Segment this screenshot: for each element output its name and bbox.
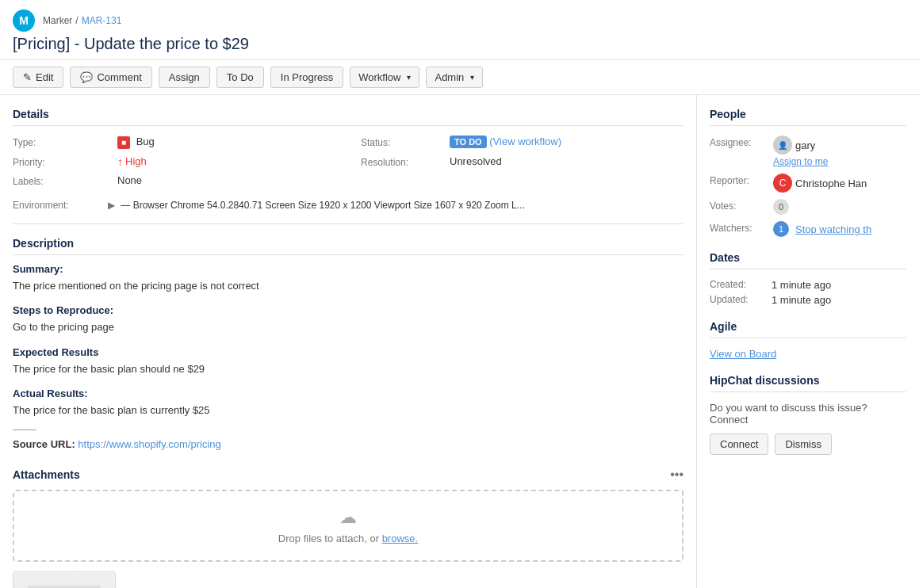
reporter-avatar: C (773, 174, 792, 193)
page-header: M Marker / MAR-131 [Pricing] - Update th… (0, 0, 919, 60)
labels-value: None (117, 174, 351, 187)
hipchat-buttons: Connect Dismiss (710, 433, 906, 455)
project-link[interactable]: Marker (43, 15, 72, 26)
comment-button[interactable]: 💬 Comment (70, 67, 151, 88)
reporter-info: C Christophe Han (773, 174, 867, 193)
environment-row: Environment: ▶ — Browser Chrome 54.0.284… (13, 200, 684, 211)
edit-icon: ✎ (23, 71, 32, 83)
issue-title: [Pricing] - Update the price to $29 (13, 35, 906, 53)
resolution-value: Unresolved (450, 155, 684, 168)
votes-row: Votes: 0 (710, 199, 906, 215)
view-on-board-link[interactable]: View on Board (710, 348, 776, 360)
status-badge: TO DO (450, 136, 487, 148)
dates-section: Dates Created: 1 minute ago Updated: 1 m… (710, 251, 906, 306)
attachments-title: Attachments (13, 468, 80, 481)
reporter-row: Reporter: C Christophe Han (710, 174, 906, 193)
updated-value: 1 minute ago (772, 294, 831, 306)
summary-block: Summary: The price mentioned on the pric… (13, 263, 684, 294)
type-value: ■ Bug (117, 136, 351, 149)
breadcrumb: M Marker / MAR-131 (13, 10, 906, 32)
details-title: Details (13, 108, 684, 126)
comment-icon: 💬 (80, 71, 93, 83)
steps-block: Steps to Reproduce: Go to the pricing pa… (13, 304, 684, 335)
expected-block: Expected Results The price for the basic… (13, 346, 684, 377)
drop-zone[interactable]: ☁ Drop files to attach, or browse. (13, 490, 684, 562)
attachments-header: Attachments ••• (13, 468, 684, 482)
watchers-row: Watchers: 1 Stop watching th (710, 221, 906, 237)
workflow-button[interactable]: Workflow (350, 67, 419, 88)
source-label: Source URL: (13, 438, 75, 450)
status-value: TO DO (View workflow) (450, 136, 684, 149)
environment-value: ▶ — Browser Chrome 54.0.2840.71 Screen S… (108, 200, 525, 211)
environment-label: Environment: (13, 200, 98, 211)
content-area: Details Type: ■ Bug Status: TO DO (View … (0, 95, 697, 588)
admin-button[interactable]: Admin (426, 67, 483, 88)
votes-label: Votes: (710, 199, 765, 212)
agile-section: Agile View on Board (710, 320, 906, 360)
actual-block: Actual Results: The price for the basic … (13, 388, 684, 418)
watchers-count: 1 (773, 221, 789, 237)
in-progress-button[interactable]: In Progress (270, 67, 343, 88)
assign-button[interactable]: Assign (159, 67, 210, 88)
status-label: Status: (361, 136, 440, 149)
watchers-label: Watchers: (710, 221, 765, 234)
votes-count: 0 (773, 199, 789, 215)
people-rows: Assignee: 👤 gary Assign to me Reporter: … (710, 136, 906, 237)
bug-icon: ■ (117, 136, 130, 149)
steps-text: Go to the pricing page (13, 319, 684, 335)
created-row: Created: 1 minute ago (710, 279, 906, 291)
type-label: Type: (13, 136, 108, 149)
toolbar: ✎ Edit 💬 Comment Assign To Do In Progres… (0, 60, 919, 95)
more-options-button[interactable]: ••• (670, 468, 684, 482)
created-label: Created: (710, 279, 765, 291)
dismiss-button[interactable]: Dismiss (775, 433, 832, 455)
edit-button[interactable]: ✎ Edit (13, 67, 63, 88)
env-chevron-icon: ▶ (108, 200, 115, 211)
view-workflow-link[interactable]: (View workflow) (489, 136, 561, 147)
people-title: People (710, 108, 906, 126)
hipchat-description: Do you want to discuss this issue? Conne… (710, 402, 906, 426)
source-url-row: Source URL: https://www.shopify.com/pric… (13, 437, 684, 452)
hipchat-title: HipChat discussions (710, 374, 906, 392)
reporter-label: Reporter: (710, 174, 765, 186)
stop-watching-link[interactable]: Stop watching th (795, 223, 871, 235)
app-logo: M (13, 10, 35, 32)
assignee-info: 👤 gary Assign to me (773, 136, 828, 167)
updated-row: Updated: 1 minute ago (710, 294, 906, 306)
assignee-label: Assignee: (710, 136, 765, 148)
updated-label: Updated: (710, 294, 765, 306)
assign-to-me-link[interactable]: Assign to me (773, 156, 828, 167)
browse-link[interactable]: browse. (382, 533, 419, 544)
assignee-row: Assignee: 👤 gary Assign to me (710, 136, 906, 167)
priority-label: Priority: (13, 155, 108, 168)
issue-id: MAR-131 (82, 15, 122, 26)
expected-text: The price for the basic plan should ne $… (13, 361, 684, 377)
summary-text: The price mentioned on the pricing page … (13, 278, 684, 294)
priority-up-icon: ↑ (117, 155, 123, 168)
agile-title: Agile (710, 320, 906, 338)
description-section: Description Summary: The price mentioned… (13, 237, 684, 452)
section-divider (13, 223, 684, 224)
assignee-avatar: 👤 (773, 136, 792, 155)
labels-label: Labels: (13, 174, 108, 187)
description-title: Description (13, 237, 684, 255)
sidebar: People Assignee: 👤 gary Assign to me Rep… (697, 95, 919, 588)
dates-title: Dates (710, 251, 906, 269)
reporter-name: Christophe Han (795, 178, 867, 189)
resolution-label: Resolution: (361, 155, 440, 168)
priority-value: ↑ High (117, 155, 351, 168)
hipchat-section: HipChat discussions Do you want to discu… (710, 374, 906, 455)
drop-text: Drop files to attach, or (278, 533, 382, 544)
source-url-link[interactable]: https://www.shopify.com/pricing (78, 438, 220, 450)
attachment-thumbnail (13, 571, 116, 588)
upload-icon: ☁ (30, 507, 666, 528)
desc-divider (13, 430, 36, 430)
created-value: 1 minute ago (772, 279, 831, 291)
expected-title: Expected Results (13, 346, 684, 358)
details-grid: Type: ■ Bug Status: TO DO (View workflow… (13, 136, 684, 187)
actual-title: Actual Results: (13, 388, 684, 399)
actual-text: The price for the basic plan is currentl… (13, 403, 684, 418)
connect-button[interactable]: Connect (710, 433, 768, 455)
steps-title: Steps to Reproduce: (13, 304, 684, 316)
todo-button[interactable]: To Do (216, 67, 264, 88)
